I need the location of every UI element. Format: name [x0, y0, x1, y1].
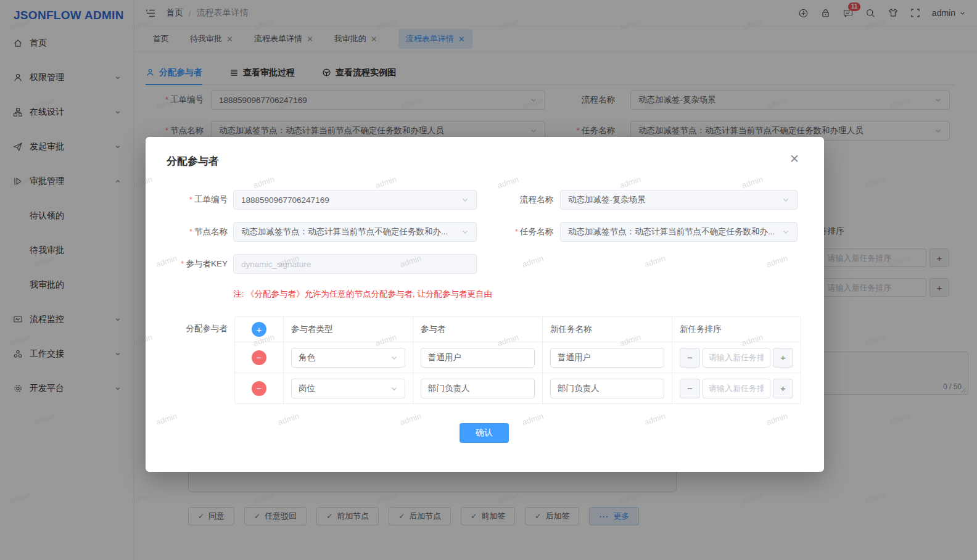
dialog-title: 分配参与者 [167, 154, 219, 168]
column-header: 新任务名称 [542, 317, 672, 342]
chevron-down-icon [782, 196, 789, 204]
minus-button[interactable]: − [680, 348, 700, 368]
field-label-participant-key: 参与者KEY [146, 254, 228, 274]
participant-type-select[interactable]: 角色 [291, 348, 405, 368]
participant-input[interactable] [428, 384, 527, 393]
new-task-name-input[interactable] [558, 384, 657, 393]
remove-row-button[interactable]: − [252, 381, 266, 396]
participant-type-cell: 岗位 [283, 373, 413, 403]
table-row: − 岗位 [235, 373, 801, 403]
work-order-select[interactable]: 1888590967706247169 [233, 190, 477, 210]
new-task-name-input[interactable] [558, 353, 657, 362]
plus-button[interactable]: + [773, 348, 793, 368]
app-window: JSONFLOW ADMIN 首页 权限管理 在线设计 [0, 0, 977, 560]
select-value: 动态加减签节点：动态计算当前节点不确定任务数和办... [568, 226, 777, 237]
participants-table-label: 分配参与者 [160, 319, 228, 339]
new-task-sort-cell: − + [672, 373, 801, 403]
task-sort-input[interactable] [703, 379, 770, 398]
assign-participants-dialog: 分配参与者 ✕ 工单编号 1888590967706247169 流程名称 动态… [146, 137, 824, 472]
chevron-down-icon [782, 228, 789, 236]
field-label-task-name: 任务名称 [479, 222, 553, 242]
new-task-name-cell [542, 342, 672, 373]
add-row-button[interactable]: + [252, 322, 266, 337]
participant-key-input-wrap [233, 254, 477, 274]
new-task-name-cell [542, 373, 672, 403]
dialog-note: 注: 《分配参与者》允许为任意的节点分配参与者, 让分配参与者更自由 [233, 289, 492, 300]
table-header-row: + 参与者类型 参与者 新任务名称 新任务排序 [235, 317, 801, 342]
task-sort-stepper: − + [680, 348, 793, 368]
new-task-name-input-wrap [550, 379, 664, 398]
select-value: 岗位 [299, 383, 385, 394]
field-label-process-name: 流程名称 [479, 190, 553, 210]
participant-type-cell: 角色 [283, 342, 413, 373]
column-header: 参与者类型 [283, 317, 413, 342]
select-value: 1888590967706247169 [241, 196, 456, 205]
participant-input-wrap [421, 379, 535, 398]
participants-table: + 参与者类型 参与者 新任务名称 新任务排序 − 角色 [234, 316, 801, 404]
column-header: 参与者 [413, 317, 542, 342]
participant-input-wrap [421, 348, 535, 368]
task-sort-stepper: − + [680, 379, 793, 398]
new-task-name-input-wrap [550, 348, 664, 368]
table-row: − 角色 [235, 342, 801, 373]
select-value: 角色 [299, 352, 385, 363]
process-name-select[interactable]: 动态加减签-复杂场景 [560, 190, 798, 210]
column-header: 新任务排序 [672, 317, 801, 342]
new-task-sort-cell: − + [672, 342, 801, 373]
participant-type-select[interactable]: 岗位 [291, 379, 405, 398]
participant-input[interactable] [428, 353, 527, 362]
close-icon[interactable]: ✕ [789, 153, 799, 165]
chevron-down-icon [461, 228, 469, 236]
plus-button[interactable]: + [773, 379, 793, 398]
select-value: 动态加减签-复杂场景 [568, 194, 777, 205]
field-label-node-name: 节点名称 [146, 222, 228, 242]
table-header-add: + [235, 317, 283, 342]
confirm-button[interactable]: 确认 [460, 423, 509, 443]
field-label-work-order: 工单编号 [146, 190, 228, 210]
row-actions-cell: − [235, 342, 283, 373]
select-value: 动态加减签节点：动态计算当前节点不确定任务数和办... [241, 226, 456, 237]
task-name-select[interactable]: 动态加减签节点：动态计算当前节点不确定任务数和办... [560, 222, 798, 242]
minus-button[interactable]: − [680, 379, 700, 398]
participant-key-input[interactable] [241, 260, 469, 269]
chevron-down-icon [461, 196, 469, 204]
task-sort-input[interactable] [703, 348, 770, 368]
chevron-down-icon [390, 385, 398, 392]
row-actions-cell: − [235, 373, 283, 403]
remove-row-button[interactable]: − [252, 350, 266, 365]
node-name-select[interactable]: 动态加减签节点：动态计算当前节点不确定任务数和办... [233, 222, 477, 242]
participant-cell [413, 373, 542, 403]
participant-cell [413, 342, 542, 373]
chevron-down-icon [390, 354, 398, 361]
